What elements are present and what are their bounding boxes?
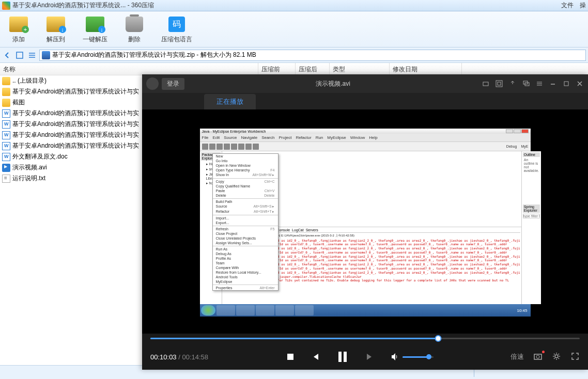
volume-handle[interactable] xyxy=(426,354,431,359)
svg-rect-9 xyxy=(344,352,347,362)
next-button[interactable] xyxy=(365,352,375,361)
column-name[interactable]: 名称 xyxy=(0,63,258,75)
file-name: 演示视频.avi xyxy=(12,163,47,172)
context-menu-item: Android Tools xyxy=(213,275,278,279)
fullscreen-button[interactable] xyxy=(570,352,580,362)
menu-file[interactable]: 文件 xyxy=(561,1,574,10)
progress-bar[interactable] xyxy=(142,334,588,344)
context-menu-item: Assign Working Sets... xyxy=(213,241,278,245)
video-frame: Java - MyEclipse Enterprise Workbench Fi… xyxy=(200,129,531,314)
context-menu-item: PropertiesAlt+Enter xyxy=(213,286,278,290)
tab-now-playing[interactable]: 正在播放 xyxy=(204,94,256,109)
file-name: 基于安卓Android的酒店预订管理系统设计与实 xyxy=(12,87,139,96)
context-menu-item: Run As xyxy=(213,247,278,251)
context-menu-item: Debug As xyxy=(213,251,278,256)
doc-icon xyxy=(2,109,10,118)
prev-button[interactable] xyxy=(311,352,320,361)
file-name: 基于安卓Android的酒店预订管理系统设计与实 xyxy=(12,131,139,139)
ontop-icon[interactable] xyxy=(522,80,530,88)
context-menu-item: Export... xyxy=(213,220,278,225)
file-name: 基于安卓Android的酒店预订管理系统设计与实 xyxy=(12,141,139,150)
context-menu-item: PasteCtrl+V xyxy=(213,188,278,193)
one-click-icon xyxy=(86,17,104,32)
file-name: 基于安卓Android的酒店预订管理系统设计与实 xyxy=(12,120,139,129)
svg-rect-7 xyxy=(287,354,293,360)
path-text: 基于安卓Android的酒店预订管理系统设计与实现.zip - 解包大小为 82… xyxy=(52,51,256,59)
column-modified[interactable]: 修改日期 xyxy=(390,63,462,75)
add-button[interactable]: 添加 xyxy=(5,13,32,45)
start-button xyxy=(201,305,215,315)
doc-icon xyxy=(2,153,10,161)
menu-bars-icon[interactable] xyxy=(535,80,544,88)
volume-button[interactable] xyxy=(390,352,399,361)
volume-slider[interactable] xyxy=(403,356,434,358)
outline-panel: Outline An outline is not available. Spr… xyxy=(521,151,541,304)
context-menu-item: Compare With xyxy=(213,265,278,270)
context-menu-item: Copy Qualified Name xyxy=(213,184,278,188)
mini-mode-icon[interactable] xyxy=(482,80,490,88)
delete-button[interactable]: 删除 xyxy=(121,13,148,45)
speed-button[interactable]: 倍速 xyxy=(510,352,524,361)
svg-rect-0 xyxy=(17,52,23,58)
doc-icon xyxy=(2,131,10,139)
filter-input xyxy=(523,214,540,218)
zip-icon xyxy=(42,51,50,59)
svg-rect-8 xyxy=(338,352,342,362)
language-icon: 码 xyxy=(168,17,185,32)
file-name: .. (上级目录) xyxy=(12,76,47,85)
folder-icon xyxy=(2,77,10,85)
context-menu-item: MyEclipse xyxy=(213,279,278,284)
path-input[interactable]: 基于安卓Android的酒店预订管理系统设计与实现.zip - 解包大小为 82… xyxy=(39,50,586,61)
doc-icon xyxy=(2,142,10,150)
back-button[interactable] xyxy=(2,50,12,60)
close-icon[interactable] xyxy=(576,80,584,88)
address-bar: 基于安卓Android的酒店预订管理系统设计与实现.zip - 解包大小为 82… xyxy=(0,48,588,63)
progress-handle[interactable] xyxy=(435,335,441,342)
context-menu-item: Profile As xyxy=(213,256,278,261)
view-icon-button[interactable] xyxy=(14,50,25,60)
windows-taskbar: 10:45 xyxy=(200,304,531,317)
context-menu-item: Open in New Window xyxy=(213,163,278,168)
doc-icon xyxy=(2,120,10,129)
file-name: 外文翻译及原文.doc xyxy=(12,152,68,161)
one-click-extract-button[interactable]: 一键解压 xyxy=(80,13,111,45)
context-menu-item: Go Into xyxy=(213,159,278,163)
folder-icon xyxy=(2,99,10,107)
compact-icon[interactable] xyxy=(495,80,503,88)
settings-button[interactable] xyxy=(552,352,561,362)
extract-to-button[interactable]: 解压到 xyxy=(42,13,69,45)
maximize-icon[interactable] xyxy=(562,80,570,88)
view-list-button[interactable] xyxy=(27,50,37,60)
video-content[interactable]: Java - MyEclipse Enterprise Workbench Fi… xyxy=(142,109,588,334)
main-toolbar: 添加 解压到 一键解压 删除 码 压缩包语言 xyxy=(0,11,588,48)
context-menu-item: Build Path xyxy=(213,199,278,204)
time-display: 00:10:03 / 00:14:58 xyxy=(150,353,208,361)
login-button[interactable]: 登录 xyxy=(162,78,184,90)
context-menu-item: Close Unrelated Projects xyxy=(213,236,278,241)
menu-action[interactable]: 操 xyxy=(580,1,586,10)
column-after[interactable]: 压缩后 xyxy=(296,63,330,75)
window-titlebar: 基于安卓Android的酒店预订管理系统设... - 360压缩 文件 操 xyxy=(0,0,588,11)
column-type[interactable]: 类型 xyxy=(330,63,390,75)
context-menu-item: Show InAlt+Shift+W ▸ xyxy=(213,172,278,178)
minimize-icon[interactable] xyxy=(549,80,557,88)
video-player-window: 登录 演示视频.avi 正在播放 Java - MyEclipse Enterp… xyxy=(142,74,588,370)
avatar-icon[interactable] xyxy=(146,77,159,90)
svg-rect-2 xyxy=(496,81,502,87)
window-title: 基于安卓Android的酒店预订管理系统设... - 360压缩 xyxy=(12,1,561,10)
context-menu-item: Open Type HierarchyF4 xyxy=(213,168,278,172)
stop-button[interactable] xyxy=(286,352,295,361)
pin-icon[interactable] xyxy=(508,80,517,88)
file-name: 截图 xyxy=(12,98,25,107)
screenshot-button[interactable] xyxy=(533,352,543,362)
context-menu-item: Restore from Local History... xyxy=(213,270,278,275)
video-tabs: 正在播放 xyxy=(142,93,588,109)
context-menu: NewGo IntoOpen in New WindowOpen Type Hi… xyxy=(212,153,278,291)
svg-rect-1 xyxy=(483,82,488,86)
language-button[interactable]: 码 压缩包语言 xyxy=(158,13,195,45)
txt-icon xyxy=(2,175,10,183)
column-before[interactable]: 压缩前 xyxy=(258,63,296,75)
columns-header: 名称 压缩前 压缩后 类型 修改日期 xyxy=(0,63,588,75)
eclipse-menubar: FileEditSourceNavigateSearchProjectRefac… xyxy=(200,134,531,142)
play-pause-button[interactable] xyxy=(335,350,350,364)
